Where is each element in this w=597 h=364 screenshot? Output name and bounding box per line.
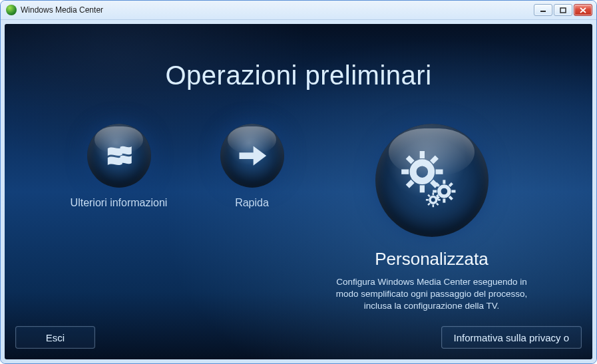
option-label: Personalizzata <box>375 249 489 270</box>
app-icon <box>6 5 17 15</box>
close-button[interactable] <box>574 4 592 16</box>
svg-rect-6 <box>435 170 443 174</box>
option-custom[interactable]: Personalizzata Configura Windows Media C… <box>325 124 538 313</box>
svg-rect-14 <box>433 190 437 192</box>
svg-rect-22 <box>432 204 434 207</box>
svg-rect-26 <box>427 202 431 206</box>
svg-rect-0 <box>540 11 546 12</box>
button-label: Informativa sulla privacy o <box>454 332 569 343</box>
svg-point-20 <box>430 197 437 204</box>
option-quick[interactable]: Rapida <box>192 124 312 209</box>
app-window: Windows Media Center Operazioni prelimin… <box>0 0 597 364</box>
window-controls <box>534 4 592 16</box>
svg-point-2 <box>413 162 431 180</box>
arrow-right-icon <box>220 124 284 188</box>
maximize-button[interactable] <box>554 4 572 16</box>
svg-rect-9 <box>405 156 414 164</box>
svg-rect-4 <box>419 185 424 192</box>
minimize-button[interactable] <box>534 4 552 16</box>
svg-rect-15 <box>451 190 455 192</box>
setup-options: Ulteriori informazioni Rapida <box>5 124 592 313</box>
client-area: Operazioni preliminari Ulteriori informa… <box>1 20 596 363</box>
svg-rect-23 <box>425 199 428 201</box>
media-center-setup: Operazioni preliminari Ulteriori informa… <box>5 24 592 359</box>
svg-rect-8 <box>405 180 414 188</box>
exit-button[interactable]: Esci <box>15 326 95 349</box>
option-description: Configura Windows Media Center eseguendo… <box>325 276 538 313</box>
svg-rect-7 <box>430 156 439 164</box>
svg-rect-16 <box>448 182 453 187</box>
svg-rect-13 <box>443 199 445 203</box>
page-title: Operazioni preliminari <box>5 61 592 91</box>
gears-icon <box>375 124 489 237</box>
option-learn-more[interactable]: Ulteriori informazioni <box>59 124 179 209</box>
svg-rect-27 <box>427 194 431 198</box>
option-label: Rapida <box>235 197 269 209</box>
svg-rect-1 <box>560 8 566 13</box>
svg-rect-12 <box>443 180 445 184</box>
button-label: Esci <box>46 332 65 343</box>
option-label: Ulteriori informazioni <box>71 197 168 209</box>
windows-flag-icon <box>87 124 151 188</box>
privacy-button[interactable]: Informativa sulla privacy o <box>441 326 582 349</box>
titlebar[interactable]: Windows Media Center <box>1 1 596 20</box>
svg-rect-28 <box>435 202 439 206</box>
svg-rect-21 <box>432 192 434 195</box>
svg-rect-19 <box>448 196 453 200</box>
svg-rect-3 <box>419 151 424 158</box>
svg-point-11 <box>439 186 449 196</box>
svg-rect-5 <box>401 170 409 174</box>
window-title: Windows Media Center <box>21 5 103 15</box>
svg-rect-24 <box>437 199 440 201</box>
